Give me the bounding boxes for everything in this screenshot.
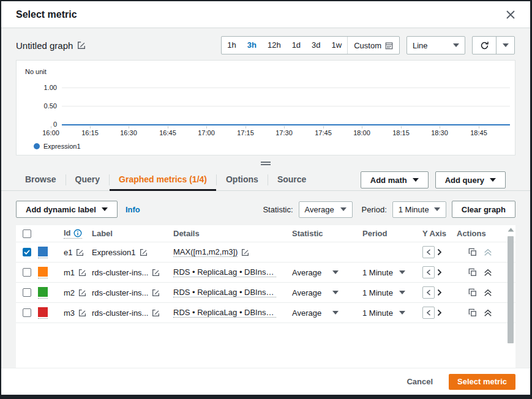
yaxis-left-icon[interactable] <box>422 246 435 258</box>
select-metric-button[interactable]: Select metric <box>449 374 515 390</box>
duplicate-icon[interactable] <box>468 308 477 317</box>
row-statistic-value: Average <box>292 288 321 297</box>
edit-id-icon[interactable] <box>78 289 86 297</box>
edit-id-icon[interactable] <box>78 269 86 277</box>
x-tick-mark <box>168 126 168 129</box>
yaxis-right-icon[interactable] <box>437 289 442 296</box>
metric-id: m3 <box>64 308 75 318</box>
time-range-1w[interactable]: 1w <box>326 37 348 54</box>
time-range-12h[interactable]: 12h <box>262 37 287 54</box>
edit-graph-title-icon[interactable] <box>77 41 86 50</box>
move-to-top-icon[interactable] <box>484 309 492 317</box>
metric-details-link[interactable]: RDS • ReplicaLag • DBInstanceIde... <box>173 308 276 318</box>
statistic-select[interactable]: Average <box>299 201 353 218</box>
time-range-1h[interactable]: 1h <box>222 37 241 54</box>
tab-graphed-metrics[interactable]: Graphed metrics (1/4) <box>110 168 216 191</box>
scrollbar-up-icon[interactable] <box>508 228 514 232</box>
time-range-1d[interactable]: 1d <box>287 37 306 54</box>
edit-details-icon[interactable] <box>241 248 249 256</box>
row-checkbox[interactable] <box>23 268 31 277</box>
time-range-3h[interactable]: 3h <box>242 37 262 54</box>
metric-details-link[interactable]: MAX([m1,m2,m3]) <box>173 247 238 257</box>
scrollbar-thumb[interactable] <box>508 236 514 343</box>
row-period-value: 1 Minute <box>362 288 393 297</box>
caret-down-icon <box>332 291 339 294</box>
y-tick: 0.50 <box>32 102 57 110</box>
row-statistic-select[interactable]: Average <box>292 268 339 277</box>
row-statistic-select[interactable]: Average <box>292 308 339 318</box>
legend-dot <box>34 143 40 149</box>
row-checkbox[interactable] <box>23 248 31 256</box>
add-dynamic-label-button[interactable]: Add dynamic label <box>16 201 118 218</box>
clear-graph-button[interactable]: Clear graph <box>452 201 515 218</box>
caret-down-icon <box>434 207 440 211</box>
row-checkbox[interactable] <box>23 288 31 297</box>
x-tick: 17:30 <box>271 129 298 136</box>
select-metric-dialog: Select metric Untitled graph 1h 3h 12h 1… <box>1 1 530 395</box>
move-to-top-icon[interactable] <box>484 248 492 256</box>
edit-id-icon[interactable] <box>78 309 86 317</box>
add-query-button[interactable]: Add query <box>435 171 506 188</box>
time-range-3d[interactable]: 3d <box>306 37 326 54</box>
row-period-select[interactable]: 1 Minute <box>362 288 405 297</box>
metric-id: e1 <box>64 248 72 257</box>
add-math-label: Add math <box>370 176 407 185</box>
edit-label-icon[interactable] <box>140 248 148 256</box>
time-range-custom[interactable]: Custom <box>347 37 399 54</box>
tab-source[interactable]: Source <box>268 168 315 191</box>
tab-query[interactable]: Query <box>66 168 109 191</box>
add-math-button[interactable]: Add math <box>361 171 429 188</box>
row-statistic-value: Average <box>292 268 321 277</box>
color-swatch[interactable] <box>38 307 48 319</box>
dialog-header: Select metric <box>1 1 530 28</box>
info-icon[interactable] <box>73 229 82 237</box>
math-actions: Add math Add query <box>361 171 506 188</box>
yaxis-right-icon[interactable] <box>437 248 442 256</box>
caret-down-icon <box>490 178 496 182</box>
x-tick: 18:30 <box>426 129 453 136</box>
edit-label-icon[interactable] <box>152 269 160 277</box>
refresh-options-caret[interactable] <box>496 37 514 54</box>
select-all-checkbox[interactable] <box>23 229 31 238</box>
chart-type-value: Line <box>413 41 428 50</box>
row-period-select[interactable]: 1 Minute <box>362 268 405 277</box>
row-checkbox[interactable] <box>23 308 31 317</box>
row-statistic-select[interactable]: Average <box>292 288 339 297</box>
chart-type-select[interactable]: Line <box>406 36 465 54</box>
color-swatch[interactable] <box>38 287 48 299</box>
yaxis-left-icon[interactable] <box>422 266 435 278</box>
cancel-button[interactable]: Cancel <box>406 377 433 386</box>
chart-legend[interactable]: Expression1 <box>34 143 81 150</box>
metric-details-link[interactable]: RDS • ReplicaLag • DBInstanceIde... <box>173 267 276 277</box>
info-link[interactable]: Info <box>126 205 140 214</box>
move-to-top-icon[interactable] <box>484 269 492 277</box>
color-swatch[interactable] <box>38 267 48 278</box>
period-select[interactable]: 1 Minute <box>392 201 446 218</box>
yaxis-left-icon[interactable] <box>422 286 435 299</box>
edit-label-icon[interactable] <box>152 309 160 317</box>
refresh-icon[interactable] <box>473 37 496 54</box>
x-tick: 18:45 <box>465 129 492 136</box>
metric-details-link[interactable]: RDS • ReplicaLag • DBInstanceIde... <box>173 288 276 297</box>
duplicate-icon[interactable] <box>468 248 477 256</box>
panel-resize-handle[interactable] <box>261 162 271 165</box>
duplicate-icon[interactable] <box>468 288 477 297</box>
actions-header: Actions <box>457 229 502 238</box>
duplicate-icon[interactable] <box>468 268 477 277</box>
table-scrollbar[interactable] <box>507 226 515 349</box>
row-period-select[interactable]: 1 Minute <box>362 308 405 318</box>
period-label: Period: <box>362 205 387 214</box>
x-tick-mark <box>323 126 324 129</box>
yaxis-right-icon[interactable] <box>437 309 442 316</box>
edit-label-icon[interactable] <box>152 289 160 297</box>
color-swatch[interactable] <box>38 247 48 258</box>
tab-browse[interactable]: Browse <box>16 168 66 191</box>
caret-down-icon <box>102 207 108 211</box>
yaxis-right-icon[interactable] <box>437 269 442 276</box>
close-icon[interactable] <box>503 7 518 22</box>
yaxis-left-icon[interactable] <box>422 307 435 319</box>
edit-id-icon[interactable] <box>76 248 84 256</box>
move-to-top-icon[interactable] <box>484 289 492 297</box>
x-tick: 16:45 <box>154 129 181 136</box>
tab-options[interactable]: Options <box>217 168 268 191</box>
